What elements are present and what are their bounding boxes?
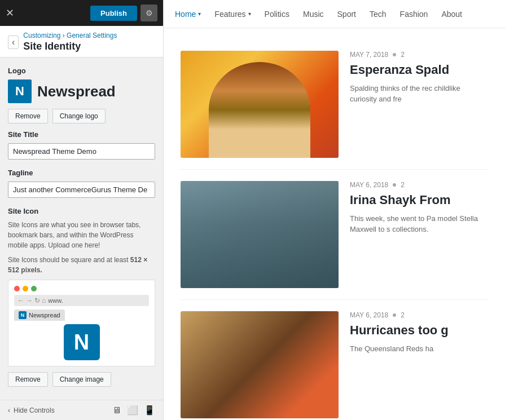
hide-controls-chevron-icon: ‹ <box>8 406 10 414</box>
logo-icon: N <box>8 79 32 103</box>
mobile-view-button[interactable]: 📱 <box>144 405 155 415</box>
change-image-button[interactable]: Change image <box>52 372 111 387</box>
remove-logo-button[interactable]: Remove <box>8 109 48 123</box>
article-date: MAY 6, 2018 <box>350 311 388 319</box>
publish-area: Publish ⚙ <box>90 5 157 21</box>
article-meta: MAY 6, 2018 2 <box>350 311 449 319</box>
breadcrumb-bar: ‹ Customizing › General Settings Site Id… <box>0 26 163 58</box>
nav-sport-label: Sport <box>337 10 356 19</box>
article-row: MAY 6, 2018 2 Irina Shayk From This week… <box>181 170 488 300</box>
article-excerpt: This week, she went to Pa model Stella M… <box>350 213 488 235</box>
article-meta: MAY 6, 2018 2 <box>350 181 488 189</box>
dot-red <box>14 286 20 291</box>
nav-item-music[interactable]: Music <box>303 10 324 19</box>
browser-mockup: ← → ↻ ⌂ www. N Newspread <box>14 286 149 321</box>
bottom-bar: ‹ Hide Controls 🖥 ⬜ 📱 <box>0 400 163 420</box>
hide-controls-label: Hide Controls <box>14 406 55 414</box>
article-image <box>181 311 339 418</box>
site-title-input[interactable] <box>8 143 155 160</box>
desktop-view-button[interactable]: 🖥 <box>112 405 121 415</box>
article-excerpt: The Queensland Reds ha <box>350 343 449 355</box>
article-content: MAY 7, 2018 2 Esperanza Spald Spalding t… <box>350 51 488 105</box>
nav-forward-icon: → <box>26 297 33 304</box>
logo-label: Logo <box>8 67 155 75</box>
article-comment-count: 2 <box>401 51 405 59</box>
breadcrumb-current: General Settings <box>67 32 117 39</box>
logo-wordmark: Newspread <box>37 83 116 100</box>
mobile-icon: 📱 <box>144 405 155 415</box>
remove-icon-button[interactable]: Remove <box>8 372 48 387</box>
article-image <box>181 181 339 288</box>
tablet-view-button[interactable]: ⬜ <box>127 405 138 415</box>
browser-dots <box>14 286 149 291</box>
nav-item-features[interactable]: Features ▾ <box>214 10 251 19</box>
nav-about-label: About <box>441 10 462 19</box>
nav-item-fashion[interactable]: Fashion <box>400 10 428 19</box>
nav-item-sport[interactable]: Sport <box>337 10 356 19</box>
article-image <box>181 51 339 158</box>
dot-yellow <box>23 286 28 291</box>
close-button[interactable]: ✕ <box>6 7 14 19</box>
view-icons-group: 🖥 ⬜ 📱 <box>112 405 155 415</box>
article-title[interactable]: Irina Shayk From <box>350 192 488 209</box>
nav-back-icon: ← <box>17 297 24 304</box>
browser-tab-preview: N Newspread <box>14 310 65 321</box>
hide-controls-button[interactable]: ‹ Hide Controls <box>8 406 55 414</box>
tab-icon: N <box>19 311 27 319</box>
browser-address-bar: ← → ↻ ⌂ www. <box>14 295 149 306</box>
articles-area: MAY 7, 2018 2 Esperanza Spald Spalding t… <box>164 28 505 420</box>
section-title: Site Identity <box>23 41 117 52</box>
panel-content: Logo N Newspread Remove Change logo Site… <box>0 58 163 400</box>
article-excerpt: Spalding thinks of the rec childlike cur… <box>350 83 488 105</box>
article-title[interactable]: Esperanza Spald <box>350 62 488 78</box>
nav-refresh-icon: ↻ <box>34 297 40 304</box>
tagline-label: Tagline <box>8 169 155 177</box>
article-date: MAY 6, 2018 <box>350 181 388 189</box>
customizer-panel: ✕ Publish ⚙ ‹ Customizing › General Sett… <box>0 0 164 420</box>
breadcrumb-content: Customizing › General Settings Site Iden… <box>23 32 117 52</box>
nav-item-politics[interactable]: Politics <box>265 10 289 19</box>
breadcrumb-separator: › <box>63 32 67 39</box>
meta-separator <box>393 183 396 187</box>
settings-gear-button[interactable]: ⚙ <box>140 5 157 21</box>
tab-title: Newspread <box>29 312 60 319</box>
site-title-label: Site Title <box>8 130 155 139</box>
nav-home-label: Home <box>175 10 196 19</box>
breadcrumb-path: Customizing › General Settings <box>23 32 117 39</box>
top-bar: ✕ Publish ⚙ <box>0 0 163 26</box>
article-content: MAY 6, 2018 2 Hurricanes too g The Queen… <box>350 311 449 354</box>
nav-item-about[interactable]: About <box>441 10 462 19</box>
publish-button[interactable]: Publish <box>90 6 137 21</box>
nav-politics-label: Politics <box>265 10 289 19</box>
breadcrumb-parent: Customizing <box>23 32 60 39</box>
logo-button-row: Remove Change logo <box>8 109 155 123</box>
meta-separator <box>393 313 396 317</box>
site-navigation: Home ▾ Features ▾ Politics Music Sport T… <box>164 0 505 28</box>
nav-music-label: Music <box>303 10 324 19</box>
article-content: MAY 6, 2018 2 Irina Shayk From This week… <box>350 181 488 235</box>
meta-separator <box>393 53 396 56</box>
browser-nav-buttons: ← → ↻ ⌂ <box>17 297 46 304</box>
logo-area: N Newspread <box>8 79 155 103</box>
change-logo-button[interactable]: Change logo <box>52 109 106 123</box>
nav-tech-label: Tech <box>370 10 387 19</box>
article-row: MAY 6, 2018 2 Hurricanes too g The Queen… <box>181 300 488 420</box>
tablet-icon: ⬜ <box>127 405 138 415</box>
site-icon-large-preview: N <box>64 324 100 360</box>
article-meta: MAY 7, 2018 2 <box>350 51 488 59</box>
article-comment-count: 2 <box>401 311 405 319</box>
article-title[interactable]: Hurricanes too g <box>350 322 449 339</box>
dot-green <box>31 286 37 291</box>
breadcrumb-back-button[interactable]: ‹ <box>8 36 19 49</box>
site-icon-label: Site Icon <box>8 207 155 215</box>
nav-item-home[interactable]: Home ▾ <box>175 10 201 19</box>
nav-fashion-label: Fashion <box>400 10 428 19</box>
nav-home-chevron-icon: ▾ <box>198 11 201 17</box>
article-row: MAY 7, 2018 2 Esperanza Spald Spalding t… <box>181 39 488 170</box>
icon-button-row: Remove Change image <box>8 372 155 387</box>
tagline-input[interactable] <box>8 182 155 198</box>
icon-preview-area: ← → ↻ ⌂ www. N Newspread N <box>8 280 155 366</box>
site-icon-description2: Site Icons should be square and at least… <box>8 255 155 275</box>
nav-item-tech[interactable]: Tech <box>370 10 387 19</box>
browser-url: www. <box>48 297 63 304</box>
